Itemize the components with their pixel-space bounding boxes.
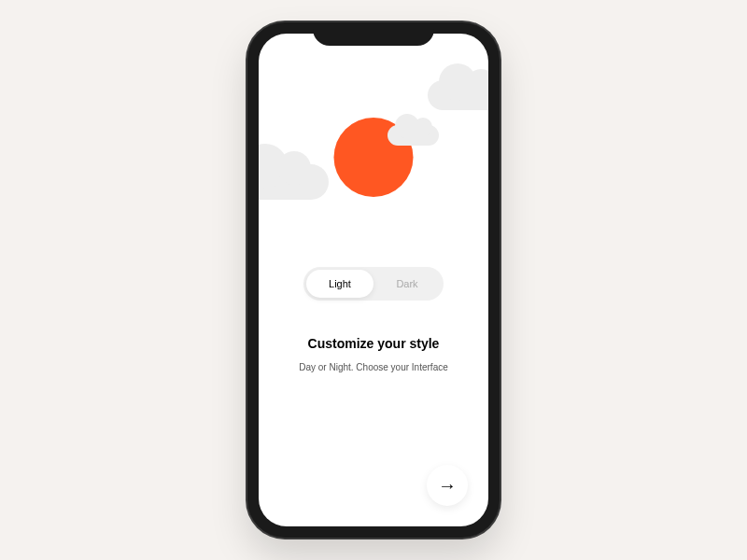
cloud-icon [388,125,439,146]
phone-device-frame: Light Dark Customize your style Day or N… [247,22,500,538]
next-button[interactable]: → [427,465,468,506]
theme-option-dark[interactable]: Dark [374,270,441,298]
theme-toggle-container: Light Dark [259,267,488,301]
cloud-icon [259,164,329,200]
app-screen: Light Dark Customize your style Day or N… [259,34,488,526]
onboarding-subtext: Day or Night. Choose your Interface [277,362,470,372]
theme-option-light[interactable]: Light [306,270,374,298]
cloud-icon [428,80,488,110]
onboarding-content: Customize your style Day or Night. Choos… [259,336,488,372]
arrow-right-icon: → [438,476,457,495]
onboarding-heading: Customize your style [277,336,470,351]
theme-toggle[interactable]: Light Dark [303,267,444,301]
sky-illustration [259,43,488,248]
